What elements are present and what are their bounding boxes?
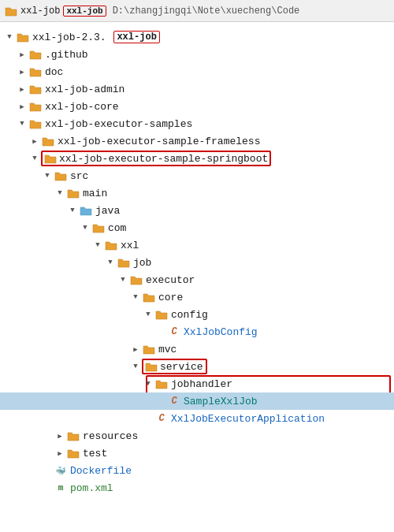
tree-row[interactable]: java — [0, 202, 394, 219]
folder-icon — [66, 447, 80, 459]
item-label: job — [133, 257, 151, 269]
tree-row[interactable]: .github — [0, 46, 394, 63]
expand-arrow[interactable] — [129, 293, 142, 301]
expand-arrow[interactable] — [129, 363, 142, 370]
item-label: com — [108, 222, 126, 234]
item-label: java — [95, 205, 120, 217]
tree-row[interactable]: xxl-job-core — [0, 98, 394, 115]
item-label: Dockerfile — [70, 465, 132, 477]
folder-icon — [54, 169, 68, 182]
expand-arrow[interactable] — [54, 189, 66, 197]
folder-icon — [28, 117, 43, 130]
tree-row[interactable]: xxl-job-admin — [0, 80, 394, 98]
item-label: XxlJobExecutorApplication — [171, 413, 325, 425]
item-label: doc — [45, 66, 63, 78]
tree-row[interactable]: doc — [0, 63, 394, 80]
item-label: config — [171, 309, 208, 321]
expand-arrow[interactable] — [104, 259, 117, 266]
folder-icon — [91, 221, 106, 234]
item-label: executor — [146, 274, 195, 286]
xml-icon: m — [54, 482, 68, 494]
expand-arrow[interactable] — [16, 102, 28, 111]
folder-icon — [104, 239, 118, 251]
breadcrumb: D:\zhangjingqi\Note\xuecheng\Code — [113, 6, 300, 17]
tree-row[interactable]: m pom.xml — [0, 479, 394, 497]
item-label: test — [83, 448, 107, 459]
tree-row[interactable]: main — [0, 184, 394, 202]
java-folder-icon — [79, 204, 93, 217]
tree-row[interactable]: xxl-job-executor-sample-springboot — [0, 150, 394, 167]
tree-row-sample-xxl-job[interactable]: C SampleXxlJob — [0, 392, 394, 410]
item-label: xxl-job-2.3. — [32, 32, 112, 43]
folder-icon — [129, 273, 143, 286]
tree-row[interactable]: resources — [0, 427, 394, 445]
item-label: core — [158, 292, 183, 303]
docker-icon: 🐳 — [54, 464, 68, 477]
tree-row[interactable]: core — [0, 288, 394, 306]
tree-row-jobhandler[interactable]: jobhandler — [0, 375, 394, 392]
tree-row[interactable]: 🐳 Dockerfile — [0, 462, 394, 479]
folder-icon — [28, 48, 43, 61]
folder-icon — [154, 308, 169, 321]
expand-arrow[interactable] — [142, 380, 154, 388]
item-label: xxl-job-admin — [45, 84, 125, 95]
tree-row[interactable]: C XxlJobConfig — [0, 323, 394, 340]
tree-row[interactable]: config — [0, 306, 394, 323]
tree-row[interactable]: C XxlJobExecutorApplication — [0, 410, 394, 427]
expand-arrow[interactable] — [41, 172, 54, 180]
item-label: main — [83, 188, 107, 199]
expand-arrow[interactable] — [142, 311, 154, 318]
tree-row[interactable]: job — [0, 254, 394, 271]
item-label: XxlJobConfig — [184, 326, 258, 338]
header: xxl-job xxl-job D:\zhangjingqi\Note\xuec… — [0, 0, 394, 22]
class-c-icon: C — [167, 326, 181, 338]
item-label: xxl — [121, 240, 139, 251]
item-label: xxl-job-core — [45, 101, 119, 113]
tree-row[interactable]: src — [0, 167, 394, 184]
expand-arrow[interactable] — [16, 50, 28, 59]
badge-xxl-job: xxl-job — [63, 6, 106, 17]
folder-icon — [117, 256, 131, 269]
folder-icon — [28, 100, 43, 113]
expand-arrow[interactable] — [129, 345, 142, 354]
expand-arrow[interactable] — [117, 276, 129, 284]
tree-row[interactable]: com — [0, 219, 394, 236]
item-label: xxl-job-executor-sample-frameless — [58, 136, 260, 147]
tree-row[interactable]: test — [0, 445, 394, 462]
expand-arrow[interactable] — [16, 85, 28, 94]
service-folder-box: service — [142, 359, 207, 374]
tree-row[interactable]: executor — [0, 271, 394, 288]
expand-arrow[interactable] — [16, 68, 28, 76]
tree-row[interactable]: xxl-job-executor-samples — [0, 115, 394, 132]
folder-icon — [66, 430, 80, 442]
folder-icon — [142, 343, 156, 355]
folder-icon — [66, 187, 80, 199]
item-label: .github — [45, 49, 88, 61]
folder-icon — [43, 152, 58, 165]
tree-row[interactable]: xxl-job-executor-sample-frameless — [0, 132, 394, 150]
item-label: resources — [83, 430, 138, 442]
expand-arrow[interactable] — [91, 241, 104, 249]
item-label: pom.xml — [70, 482, 113, 494]
expand-arrow[interactable] — [79, 224, 91, 232]
expand-arrow[interactable] — [28, 137, 41, 146]
item-label: SampleXxlJob — [184, 396, 258, 407]
expand-arrow[interactable] — [16, 120, 28, 128]
expand-arrow[interactable] — [66, 206, 79, 214]
expand-arrow[interactable] — [54, 432, 66, 441]
expand-arrow[interactable] — [54, 449, 66, 458]
class-c-icon: C — [167, 395, 181, 407]
folder-icon — [28, 65, 43, 78]
tree-row-service[interactable]: service — [0, 358, 394, 375]
redbox-container: jobhandler C SampleXxlJob — [0, 375, 394, 410]
expand-arrow[interactable] — [3, 33, 16, 41]
tree-row[interactable]: mvc — [0, 340, 394, 358]
item-label: xxl-job-executor-sample-springboot — [59, 153, 268, 165]
tree-row[interactable]: xxl — [0, 236, 394, 254]
folder-icon — [41, 135, 55, 147]
folder-icon — [16, 31, 30, 43]
folder-icon — [154, 378, 169, 390]
folder-icon — [28, 83, 43, 95]
tree-row[interactable]: xxl-job-2.3. xxl-job — [0, 28, 394, 46]
expand-arrow[interactable] — [28, 154, 41, 162]
